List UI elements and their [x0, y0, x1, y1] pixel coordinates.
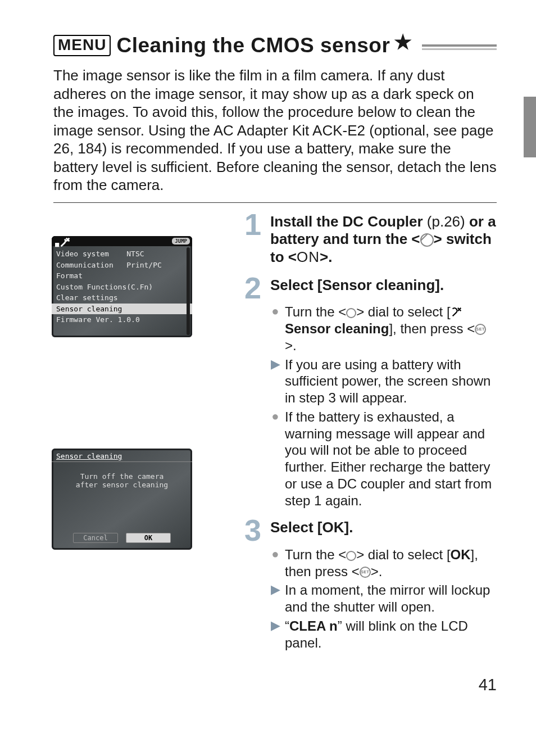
- step-3b: ▶ In a moment, the mirror will lockup an…: [270, 582, 497, 615]
- bullet-icon: ●: [270, 409, 280, 425]
- dial-icon: [346, 551, 356, 561]
- ok-button: OK: [126, 533, 171, 543]
- step-2: 2 Select [Sensor cleaning]. ● Turn the <…: [244, 277, 497, 509]
- set-button-icon: [360, 567, 371, 578]
- step-number: 1: [244, 211, 264, 238]
- step-1: 1 Install the DC Coupler (p.26) or a bat…: [244, 213, 497, 266]
- substep-text: Turn the <> dial to select [OK], then pr…: [285, 546, 497, 580]
- menu-list: Video system NTSCCommunication Print/PCF…: [52, 246, 192, 325]
- page-number: 41: [479, 676, 497, 694]
- jump-button: JUMP: [172, 238, 190, 245]
- page-title: Cleaning the CMOS sensor: [116, 34, 390, 57]
- tab-indicator: ■: [55, 236, 71, 248]
- dialog-message: Turn off the camera after sensor cleanin…: [52, 462, 192, 489]
- text: > dial to select [: [356, 304, 450, 319]
- menu-item: Clear settings: [52, 292, 192, 304]
- scrollbar: [187, 247, 190, 335]
- dialog-title: Sensor cleaning: [52, 449, 192, 462]
- menu-item: Communication Print/PC: [52, 260, 192, 271]
- substep-text: “CLEA n” will blink on the LCD panel.: [285, 618, 497, 651]
- title-rule: [422, 44, 497, 50]
- menu-item: Video system NTSC: [52, 248, 192, 260]
- ok-label: OK: [451, 547, 471, 562]
- step-number: 2: [244, 274, 264, 302]
- result-arrow-icon: ▶: [270, 356, 280, 373]
- text: >.: [371, 564, 383, 579]
- lcd-confirm-screenshot: Sensor cleaning Turn off the camera afte…: [52, 449, 192, 550]
- step-3c: ▶ “CLEA n” will blink on the LCD panel.: [270, 618, 497, 651]
- side-tab: [524, 97, 536, 157]
- menu-item: Custom Functions(C.Fn): [52, 282, 192, 293]
- step-1-title: Install the DC Coupler (p.26) or a batte…: [270, 213, 497, 266]
- menu-item: Sensor cleaning: [52, 304, 192, 315]
- substep-text: If the battery is exhausted, a warning m…: [285, 409, 497, 509]
- result-arrow-icon: ▶: [270, 582, 280, 598]
- step-number: 3: [244, 517, 264, 544]
- separator: [53, 202, 497, 203]
- text: ], then press <: [389, 321, 475, 336]
- label: Sensor cleaning: [285, 321, 389, 336]
- text: Turn the <: [285, 304, 346, 319]
- clean-blink-label: CLEA n: [289, 618, 338, 633]
- step-2a: ● Turn the <> dial to select [ Sensor cl…: [270, 304, 497, 354]
- bullet-icon: ●: [270, 304, 280, 320]
- page-title-row: MENU Cleaning the CMOS sensor ★: [53, 34, 497, 57]
- step-3a: ● Turn the <> dial to select [OK], then …: [270, 546, 497, 580]
- bullet-icon: ●: [270, 546, 280, 563]
- set-button-icon: [475, 324, 486, 335]
- result-arrow-icon: ▶: [270, 618, 280, 634]
- menu-item: Format: [52, 270, 192, 282]
- text: “: [285, 618, 289, 633]
- step-2b: ▶ If you are using a battery with suffic…: [270, 356, 497, 406]
- substep-text: If you are using a battery with sufficie…: [285, 356, 497, 406]
- on-label: ON: [297, 248, 320, 265]
- substep-text: In a moment, the mirror will lockup and …: [285, 582, 497, 615]
- menu-item: Firmware Ver. 1.0.0: [52, 314, 192, 325]
- power-switch-icon: [420, 233, 434, 247]
- text: > dial to select [: [356, 547, 450, 562]
- advanced-star-icon: ★: [394, 30, 412, 54]
- step-3: 3 Select [OK]. ● Turn the <> dial to sel…: [244, 519, 497, 651]
- substep-text: Turn the <> dial to select [ Sensor clea…: [285, 304, 497, 354]
- text: Install the DC Coupler: [270, 213, 427, 230]
- step-3-title: Select [OK].: [270, 519, 353, 537]
- intro-paragraph: The image sensor is like the film in a f…: [53, 66, 497, 194]
- cancel-button: Cancel: [73, 533, 118, 543]
- text: >.: [320, 248, 332, 265]
- manual-page: MENU Cleaning the CMOS sensor ★ The imag…: [0, 0, 536, 756]
- page-ref: (p.26): [427, 213, 465, 230]
- dial-icon: [346, 308, 356, 318]
- tools-tab-icon: [451, 306, 463, 318]
- lcd-menu-screenshot: ■ JUMP Video system NTSCCommunication Pr…: [52, 236, 192, 337]
- step-2c: ● If the battery is exhausted, a warning…: [270, 409, 497, 509]
- text: >.: [285, 338, 297, 353]
- step-2-title: Select [Sensor cleaning].: [270, 277, 444, 295]
- text: Turn the <: [285, 547, 346, 562]
- menu-badge: MENU: [53, 35, 111, 56]
